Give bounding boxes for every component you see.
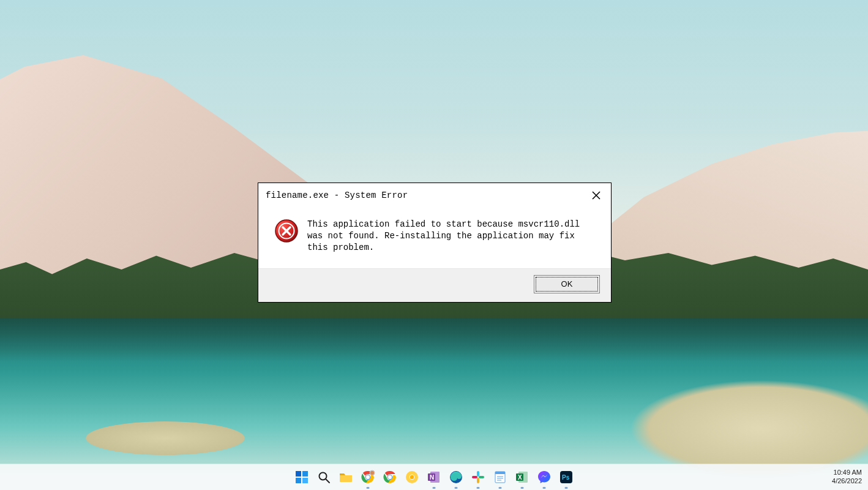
edge-icon [449, 470, 463, 484]
svg-rect-8 [296, 478, 301, 483]
excel-icon: X [515, 470, 529, 484]
taskbar-icon-notepad[interactable] [492, 469, 508, 485]
tray-time: 10:49 AM [834, 469, 862, 477]
svg-rect-29 [477, 478, 479, 483]
svg-text:Ps: Ps [562, 474, 570, 481]
close-icon [592, 191, 600, 200]
taskbar-icon-edge[interactable] [448, 469, 464, 485]
svg-point-19 [388, 475, 392, 479]
slack-icon [471, 470, 485, 484]
taskbar-icon-slack[interactable] [470, 469, 486, 485]
onenote-icon: N [427, 470, 441, 484]
svg-rect-7 [302, 471, 308, 477]
search-icon [316, 470, 331, 484]
taskbar-icon-chrome[interactable] [360, 469, 376, 485]
svg-rect-32 [495, 472, 505, 474]
dialog-close-button[interactable] [588, 188, 605, 203]
wallpaper-grass-left [86, 421, 245, 455]
taskbar-icon-messenger[interactable] [536, 469, 552, 485]
svg-text:N: N [430, 474, 434, 481]
tray-date: 4/26/2022 [832, 477, 862, 486]
taskbar-icon-chrome-canary[interactable] [404, 469, 420, 485]
dialog-body: This application failed to start because… [258, 208, 611, 268]
error-icon [274, 219, 299, 243]
dialog-footer: OK [258, 268, 611, 302]
taskbar: N [0, 464, 868, 490]
svg-rect-6 [296, 471, 301, 477]
svg-rect-28 [479, 476, 484, 478]
taskbar-icon-onenote[interactable]: N [426, 469, 442, 485]
svg-rect-9 [302, 478, 308, 483]
chrome-icon [361, 470, 375, 484]
photoshop-icon: Ps [559, 470, 574, 484]
windows-logo-icon [294, 470, 309, 484]
svg-point-14 [366, 475, 370, 479]
dialog-title: filename.exe - System Error [266, 190, 408, 200]
search-button[interactable] [316, 469, 332, 485]
error-dialog: filename.exe - System Error This applica… [258, 183, 612, 303]
taskbar-icon-chrome-alt[interactable] [382, 469, 398, 485]
svg-line-11 [326, 479, 329, 483]
taskbar-center-icons: N [294, 469, 574, 485]
messenger-icon [537, 470, 552, 484]
svg-rect-30 [472, 476, 477, 478]
chrome-canary-icon [405, 470, 419, 484]
svg-text:X: X [518, 474, 522, 481]
folder-icon [339, 470, 353, 484]
svg-rect-27 [477, 471, 479, 477]
taskbar-icon-excel[interactable]: X [514, 469, 530, 485]
notepad-icon [493, 470, 507, 484]
dialog-titlebar[interactable]: filename.exe - System Error [258, 183, 611, 208]
svg-point-22 [410, 475, 414, 479]
system-tray[interactable]: 10:49 AM 4/26/2022 [832, 469, 862, 486]
taskbar-icon-photoshop[interactable]: Ps [558, 469, 574, 485]
taskbar-icon-explorer[interactable] [338, 469, 354, 485]
chrome-icon [383, 470, 397, 484]
dialog-message: This application failed to start because… [307, 219, 595, 254]
start-button[interactable] [294, 469, 310, 485]
ok-button[interactable]: OK [534, 275, 600, 293]
svg-point-16 [370, 471, 374, 475]
